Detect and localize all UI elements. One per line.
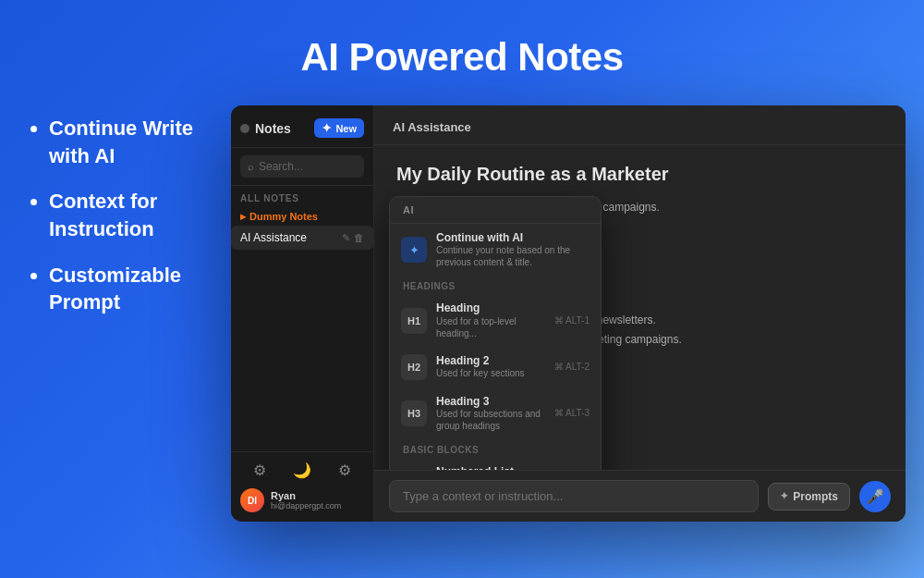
- h2-text: Heading 2 Used for key sections: [436, 354, 545, 379]
- sidebar-title: Notes: [255, 121, 291, 136]
- heading1-item[interactable]: H1 Heading Used for a top-level heading.…: [390, 294, 601, 346]
- numbered-list-item[interactable]: ≡ Numbered List Used to display a number…: [390, 458, 601, 470]
- feature-list: Continue Write with AI Context for Instr…: [18, 105, 231, 335]
- user-name: Ryan: [271, 490, 341, 501]
- numbered-list-text: Numbered List Used to display a numbered…: [436, 465, 545, 470]
- h2-shortcut: ⌘ ALT-2: [554, 362, 590, 372]
- prompts-icon: ✦: [780, 490, 788, 502]
- continue-ai-icon: ✦: [401, 237, 427, 263]
- document-area[interactable]: My Daily Routine as a Marketer Analyzing…: [374, 145, 906, 470]
- h3-subtitle: Used for subsections and group headings: [436, 408, 545, 432]
- all-notes-label: ALL NOTES: [231, 186, 373, 207]
- main-content: AI Assistance My Daily Routine as a Mark…: [374, 105, 906, 522]
- continue-with-ai-item[interactable]: ✦ Continue with AI Continue your note ba…: [390, 224, 601, 276]
- sidebar-title-group: Notes: [240, 121, 291, 136]
- avatar: DI: [240, 488, 264, 512]
- user-row: DI Ryan hi@dappergpt.com: [240, 488, 364, 512]
- continue-ai-subtitle: Continue your note based on the previous…: [436, 244, 590, 268]
- new-button-icon: ✦: [322, 121, 332, 135]
- h3-shortcut: ⌘ ALT-3: [554, 408, 590, 418]
- theme-icon[interactable]: 🌙: [293, 461, 311, 479]
- feature-item-3: Customizable Prompt: [49, 262, 222, 316]
- headings-label: Headings: [390, 276, 601, 294]
- content-header-title: AI Assistance: [393, 120, 471, 134]
- document-title: My Daily Routine as a Marketer: [396, 164, 883, 185]
- h3-text: Heading 3 Used for subsections and group…: [436, 395, 545, 432]
- main-layout: Continue Write with AI Context for Instr…: [0, 105, 924, 522]
- feature-item-2: Context for Instruction: [49, 188, 222, 242]
- edit-icon[interactable]: ✎: [342, 232, 350, 244]
- app-window: Notes ✦ New ⌕ Search... ALL NOTES Dummy …: [231, 105, 906, 522]
- note-label: AI Assistance: [240, 231, 307, 244]
- note-actions: ✎ 🗑: [342, 232, 364, 244]
- page-title: AI Powered Notes: [0, 0, 924, 105]
- h2-icon: H2: [401, 354, 427, 380]
- new-button-label: New: [335, 123, 357, 134]
- mic-button[interactable]: 🎤: [859, 481, 891, 512]
- h3-title: Heading 3: [436, 395, 545, 408]
- search-placeholder: Search...: [259, 160, 303, 173]
- sidebar-dot: [240, 124, 249, 133]
- dropdown-header: AI: [390, 197, 601, 224]
- feature-item-1: Continue Write with AI: [49, 115, 222, 169]
- user-info: Ryan hi@dappergpt.com: [271, 490, 341, 510]
- h1-title: Heading: [436, 301, 545, 314]
- prompts-button[interactable]: ✦ Prompts: [768, 483, 850, 510]
- mic-icon: 🎤: [867, 488, 884, 505]
- h1-subtitle: Used for a top-level heading...: [436, 315, 545, 339]
- settings-icon[interactable]: ⚙: [253, 461, 266, 479]
- continue-ai-text: Continue with AI Continue your note base…: [436, 231, 590, 268]
- continue-ai-title: Continue with AI: [436, 231, 590, 244]
- search-box[interactable]: ⌕ Search...: [240, 155, 364, 178]
- h2-subtitle: Used for key sections: [436, 367, 545, 379]
- search-container: ⌕ Search...: [231, 148, 373, 186]
- numbered-list-title: Numbered List: [436, 465, 545, 470]
- heading2-item[interactable]: H2 Heading 2 Used for key sections ⌘ ALT…: [390, 347, 601, 387]
- h1-icon: H1: [401, 308, 427, 334]
- h1-shortcut: ⌘ ALT-1: [554, 315, 590, 326]
- sidebar-footer: ⚙ 🌙 ⚙ DI Ryan hi@dappergpt.com: [231, 451, 373, 522]
- group-label: Dummy Notes: [231, 207, 373, 226]
- bottom-bar: ✦ Prompts 🎤: [374, 470, 906, 522]
- footer-icons: ⚙ 🌙 ⚙: [240, 461, 364, 479]
- ai-dropdown: AI ✦ Continue with AI Continue your note…: [389, 196, 602, 470]
- user-email: hi@dappergpt.com: [271, 501, 341, 510]
- options-icon[interactable]: ⚙: [338, 461, 351, 479]
- sidebar-header: Notes ✦ New: [231, 105, 373, 148]
- h3-icon: H3: [401, 400, 427, 426]
- h1-text: Heading Used for a top-level heading...: [436, 301, 545, 338]
- delete-icon[interactable]: 🗑: [354, 232, 364, 244]
- heading3-item[interactable]: H3 Heading 3 Used for subsections and gr…: [390, 387, 601, 439]
- context-input[interactable]: [389, 480, 759, 512]
- search-icon: ⌕: [248, 161, 254, 172]
- h2-title: Heading 2: [436, 354, 545, 367]
- new-button[interactable]: ✦ New: [314, 118, 364, 138]
- sidebar-note-item[interactable]: AI Assistance ✎ 🗑: [231, 226, 373, 250]
- content-header: AI Assistance: [374, 105, 906, 145]
- app-body: Notes ✦ New ⌕ Search... ALL NOTES Dummy …: [231, 105, 906, 522]
- basic-blocks-label: Basic blocks: [390, 439, 601, 458]
- prompts-label: Prompts: [793, 490, 838, 503]
- sidebar: Notes ✦ New ⌕ Search... ALL NOTES Dummy …: [231, 105, 374, 522]
